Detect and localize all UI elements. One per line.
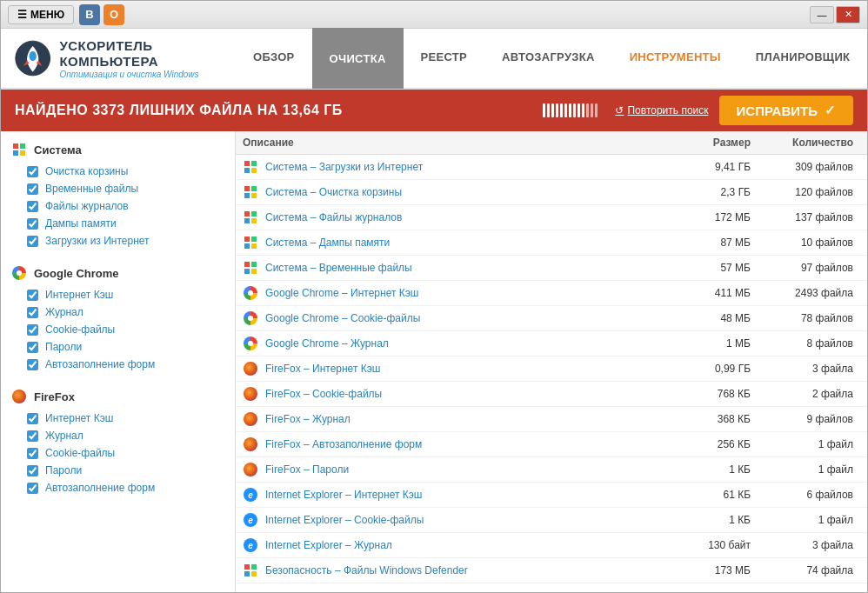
table-row[interactable]: FireFox – Cookie-файлы 768 КБ 2 файла	[236, 382, 867, 407]
bar-9	[578, 103, 580, 117]
tab-autoload[interactable]: АВТОЗАГРУЗКА	[484, 28, 612, 89]
logs-label[interactable]: Файлы журналов	[45, 200, 129, 212]
temp-checkbox[interactable]	[27, 183, 38, 195]
logo-subtitle: Оптимизация и очистка Windows	[59, 70, 222, 79]
ff-passwords-checkbox[interactable]	[27, 465, 38, 476]
row-desc: Google Chrome – Cookie-файлы	[265, 312, 678, 324]
row-desc: FireFox – Интернет Кэш	[265, 363, 678, 375]
close-button[interactable]: ✕	[836, 6, 860, 23]
vk-icon[interactable]: В	[79, 4, 100, 25]
chrome-cookies-checkbox[interactable]	[27, 324, 38, 336]
logs-checkbox[interactable]	[27, 201, 38, 212]
ok-icon[interactable]: О	[103, 4, 124, 25]
sidebar-item-temp[interactable]: Временные файлы	[1, 180, 235, 197]
tab-overview[interactable]: ОБЗОР	[236, 28, 312, 89]
chrome-journal-checkbox[interactable]	[27, 307, 38, 318]
table-row[interactable]: Google Chrome – Cookie-файлы 48 МБ 78 фа…	[236, 306, 867, 331]
ff-cookies-label[interactable]: Cookie-файлы	[45, 447, 115, 459]
table-row[interactable]: e Internet Explorer – Интернет Кэш 61 КБ…	[236, 483, 867, 508]
table-row[interactable]: Google Chrome – Журнал 1 МБ 8 файлов	[236, 331, 867, 356]
sidebar-item-chrome-journal[interactable]: Журнал	[1, 303, 235, 321]
tab-scheduler[interactable]: ПЛАНИРОВЩИК	[738, 28, 867, 89]
downloads-checkbox[interactable]	[27, 236, 38, 247]
dumps-checkbox[interactable]	[27, 218, 38, 230]
sidebar-item-ff-cookies[interactable]: Cookie-файлы	[1, 444, 235, 462]
recycle-label[interactable]: Очистка корзины	[45, 165, 128, 177]
chrome-cache-label[interactable]: Интернет Кэш	[45, 289, 113, 301]
chrome-row-icon	[243, 285, 258, 301]
sidebar-item-dumps[interactable]: Дампы памяти	[1, 215, 235, 232]
sidebar-item-chrome-autofill[interactable]: Автозаполнение форм	[1, 356, 235, 373]
row-count: 120 файлов	[765, 186, 860, 198]
tab-tools[interactable]: ИНСТРУМЕНТЫ	[612, 28, 738, 89]
chrome-journal-label[interactable]: Журнал	[45, 306, 83, 318]
sidebar-item-logs[interactable]: Файлы журналов	[1, 197, 235, 215]
chrome-autofill-checkbox[interactable]	[27, 359, 38, 370]
sidebar-item-ff-journal[interactable]: Журнал	[1, 427, 235, 444]
menu-button[interactable]: ☰ МЕНЮ	[8, 5, 74, 24]
chrome-passwords-label[interactable]: Пароли	[45, 341, 82, 353]
ff-journal-label[interactable]: Журнал	[45, 430, 83, 442]
table-row[interactable]: Безопасность – Файлы Windows Defender 17…	[236, 558, 867, 583]
row-size: 61 КБ	[678, 489, 765, 501]
tab-clean[interactable]: ОЧИСТКА	[312, 28, 404, 89]
firefox-group-icon	[11, 389, 27, 404]
row-count: 3 файла	[765, 539, 860, 551]
bar-7	[569, 103, 571, 117]
ff-autofill-checkbox[interactable]	[27, 483, 38, 494]
sidebar-item-ff-passwords[interactable]: Пароли	[1, 462, 235, 479]
row-size: 2,3 ГБ	[678, 186, 765, 198]
table-row[interactable]: FireFox – Пароли 1 КБ 1 файл	[236, 457, 867, 483]
table-row[interactable]: FireFox – Автозаполнение форм 256 КБ 1 ф…	[236, 432, 867, 457]
bar-8	[573, 103, 576, 117]
sidebar-item-ff-cache[interactable]: Интернет Кэш	[1, 410, 235, 427]
row-count: 78 файлов	[765, 312, 860, 324]
chrome-passwords-checkbox[interactable]	[27, 342, 38, 353]
chrome-cookies-label[interactable]: Cookie-файлы	[45, 323, 115, 336]
row-count: 2493 файла	[765, 287, 860, 299]
retry-label: Повторить поиск	[627, 104, 708, 117]
ff-journal-checkbox[interactable]	[27, 430, 38, 442]
row-desc: Internet Explorer – Интернет Кэш	[265, 489, 678, 501]
table-row[interactable]: e Internet Explorer – Cookie-файлы 1 КБ …	[236, 508, 867, 533]
app-window: ☰ МЕНЮ В О — ✕ УСКОРИТЕ	[0, 0, 868, 593]
chrome-group-icon	[11, 265, 27, 281]
ff-cache-label[interactable]: Интернет Кэш	[45, 412, 113, 424]
table-row[interactable]: Система – Загрузки из Интернет 9,41 ГБ 3…	[236, 155, 867, 180]
chrome-autofill-label[interactable]: Автозаполнение форм	[45, 358, 155, 370]
sidebar-item-downloads[interactable]: Загрузки из Интернет	[1, 232, 235, 250]
row-count: 3 файла	[765, 363, 860, 375]
table-row[interactable]: Система – Файлы журналов 172 МБ 137 файл…	[236, 205, 867, 230]
ff-cache-checkbox[interactable]	[27, 413, 38, 424]
sidebar-item-chrome-passwords[interactable]: Пароли	[1, 338, 235, 356]
ff-autofill-label[interactable]: Автозаполнение форм	[45, 482, 155, 494]
dumps-label[interactable]: Дампы памяти	[45, 217, 117, 230]
ff-cookies-checkbox[interactable]	[27, 448, 38, 459]
bar-1	[543, 103, 545, 117]
table-row[interactable]: Система – Очистка корзины 2,3 ГБ 120 фай…	[236, 180, 867, 205]
sidebar-item-chrome-cache[interactable]: Интернет Кэш	[1, 286, 235, 303]
table-row[interactable]: Google Chrome – Интернет Кэш 411 МБ 2493…	[236, 281, 867, 306]
sidebar-group-header-system: Система	[1, 137, 235, 163]
row-desc: FireFox – Пароли	[265, 463, 678, 476]
table-row[interactable]: Система – Временные файлы 57 МБ 97 файло…	[236, 256, 867, 281]
row-count: 8 файлов	[765, 337, 860, 350]
ff-passwords-label[interactable]: Пароли	[45, 464, 82, 476]
table-row[interactable]: FireFox – Журнал 368 КБ 9 файлов	[236, 407, 867, 432]
sidebar-item-recycle[interactable]: Очистка корзины	[1, 163, 235, 180]
sidebar-item-chrome-cookies[interactable]: Cookie-файлы	[1, 321, 235, 338]
downloads-label[interactable]: Загрузки из Интернет	[45, 235, 150, 247]
temp-label[interactable]: Временные файлы	[45, 183, 138, 195]
table-row[interactable]: FireFox – Интернет Кэш 0,99 ГБ 3 файла	[236, 356, 867, 382]
retry-button[interactable]: ↺ Повторить поиск	[615, 104, 708, 117]
minimize-button[interactable]: —	[810, 6, 834, 23]
table-row[interactable]: Система – Дампы памяти 87 МБ 10 файлов	[236, 230, 867, 256]
windows-icon	[11, 142, 27, 157]
fix-button[interactable]: ИСПРАВИТЬ ✓	[719, 96, 853, 125]
tab-registry[interactable]: РЕЕСТР	[404, 28, 485, 89]
checkmark-icon: ✓	[825, 103, 836, 118]
sidebar-item-ff-autofill[interactable]: Автозаполнение форм	[1, 479, 235, 496]
table-row[interactable]: e Internet Explorer – Журнал 130 байт 3 …	[236, 533, 867, 558]
recycle-checkbox[interactable]	[27, 166, 38, 177]
chrome-cache-checkbox[interactable]	[27, 290, 38, 301]
